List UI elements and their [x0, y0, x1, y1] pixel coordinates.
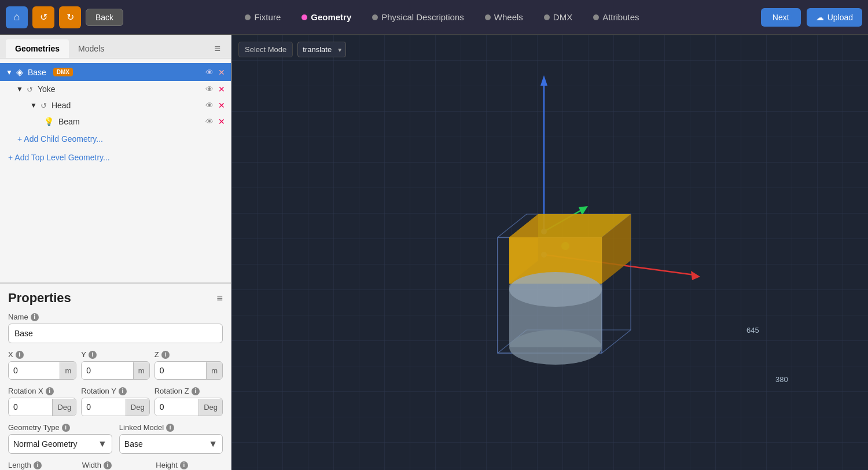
height-label: Height i [156, 461, 223, 469]
viewport[interactable]: Select Mode translate rotate scale [231, 35, 868, 470]
dmx-label: DMX [553, 12, 572, 22]
yoke-arrow: ▼ [16, 85, 23, 93]
base-arrow: ▼ [6, 68, 13, 76]
x-unit: m [60, 362, 76, 379]
properties-menu-button[interactable]: ≡ [216, 292, 223, 304]
geo-menu-button[interactable]: ≡ [209, 39, 225, 58]
next-button[interactable]: Next [761, 8, 801, 27]
height-group: Height i [156, 461, 223, 470]
tree-item-beam[interactable]: 💡 Beam 👁 ✕ [0, 113, 231, 130]
head-eye-icon[interactable]: 👁 [205, 101, 214, 110]
base-delete-icon[interactable]: ✕ [218, 68, 225, 77]
geo-type-select[interactable]: Normal Geometry Beam Geometry Reference … [9, 435, 93, 453]
undo-button[interactable]: ↺ [32, 6, 54, 28]
x-input-wrap: m [8, 361, 76, 380]
base-eye-icon[interactable]: 👁 [205, 68, 214, 77]
y-input[interactable] [82, 362, 133, 379]
name-label: Name i [8, 313, 223, 321]
wheels-label: Wheels [494, 12, 523, 22]
properties-title: Properties [8, 291, 71, 306]
head-delete-icon[interactable]: ✕ [218, 101, 225, 110]
geo-type-select-wrap: Normal Geometry Beam Geometry Reference … [8, 434, 112, 454]
y-input-wrap: m [81, 361, 149, 380]
back-button[interactable]: Back [86, 9, 123, 26]
name-input[interactable] [8, 324, 223, 343]
geo-type-label: Geometry Type i [8, 423, 112, 432]
beam-icon: 💡 [44, 117, 54, 126]
tree-item-base[interactable]: ▼ ◈ Base DMX 👁 ✕ [0, 63, 231, 81]
y-label: Y i [81, 350, 149, 359]
home-button[interactable]: ⌂ [6, 6, 28, 28]
head-arrow: ▼ [30, 101, 37, 109]
x-label: X i [8, 350, 76, 359]
rot-z-group: Rotation Z i Deg [155, 387, 223, 416]
z-unit: m [206, 362, 222, 379]
wheels-dot [485, 14, 491, 20]
x-input[interactable] [9, 362, 60, 379]
physical-label: Physical Descriptions [381, 12, 464, 22]
add-child-area: + Add Child Geometry... [0, 130, 231, 148]
add-top-geometry-button[interactable]: + Add Top Level Geometry... [0, 148, 118, 167]
beam-delete-icon[interactable]: ✕ [218, 117, 225, 126]
rot-y-group: Rotation Y i Deg [81, 387, 149, 416]
tree-item-yoke[interactable]: ▼ ↺ Yoke 👁 ✕ [0, 81, 231, 97]
rot-x-input[interactable] [9, 398, 52, 416]
header-actions: Next ☁ Upload [761, 8, 862, 27]
redo-button[interactable]: ↻ [59, 6, 81, 28]
main-layout: Geometries Models ≡ ▼ ◈ Base DMX 👁 ✕ ▼ ↺ [0, 35, 868, 470]
x-info-icon: i [16, 351, 24, 359]
yoke-label: Yoke [38, 85, 56, 94]
rot-y-input[interactable] [82, 398, 125, 416]
models-tab[interactable]: Models [69, 39, 113, 58]
tab-wheels[interactable]: Wheels [480, 10, 528, 24]
rotation-row: Rotation X i Deg Rotation Y i [8, 387, 223, 416]
tree-item-head[interactable]: ▼ ↺ Head 👁 ✕ [0, 97, 231, 113]
z-input[interactable] [155, 362, 206, 379]
base-icon: ◈ [16, 67, 23, 78]
height-info-icon: i [180, 461, 188, 469]
dmx-badge: DMX [53, 68, 73, 76]
physical-dot [372, 14, 378, 20]
tab-geometry[interactable]: Geometry [297, 10, 356, 24]
geometries-section: Geometries Models ≡ ▼ ◈ Base DMX 👁 ✕ ▼ ↺ [0, 35, 231, 284]
length-info-icon: i [34, 461, 42, 469]
add-top-area: + Add Top Level Geometry... [0, 148, 231, 167]
x-group: X i m [8, 350, 76, 380]
properties-body: Name i X i m [0, 308, 231, 470]
linked-model-select-wrap: Base Yoke Head ▼ [119, 434, 223, 454]
tab-physical[interactable]: Physical Descriptions [367, 10, 469, 24]
upload-icon: ☁ [816, 13, 824, 22]
beam-eye-icon[interactable]: 👁 [205, 117, 214, 126]
add-child-geometry-button[interactable]: + Add Child Geometry... [9, 130, 111, 148]
mode-select[interactable]: translate rotate scale [297, 42, 346, 57]
rot-y-wrap: Deg [81, 398, 149, 416]
geometries-tab[interactable]: Geometries [6, 39, 69, 58]
rot-z-input[interactable] [155, 398, 198, 416]
upload-button[interactable]: ☁ Upload [807, 8, 862, 27]
linked-model-arrow-icon: ▼ [204, 435, 222, 453]
yoke-eye-icon[interactable]: 👁 [205, 85, 214, 94]
dmx-dot [544, 14, 550, 20]
fixture-label: Fixture [254, 12, 281, 22]
rot-x-unit: Deg [52, 399, 76, 416]
tab-attributes[interactable]: Attributes [589, 10, 643, 24]
attributes-label: Attributes [602, 12, 639, 22]
yoke-undo-icon: ↺ [27, 85, 33, 94]
upload-label: Upload [827, 13, 853, 22]
rot-z-info-icon: i [192, 387, 200, 395]
y-group: Y i m [81, 350, 149, 380]
nav-tabs: Fixture Geometry Physical Descriptions W… [128, 10, 756, 24]
attributes-dot [593, 14, 599, 20]
z-info-icon: i [161, 351, 170, 359]
y-unit: m [133, 362, 149, 379]
select-mode-label: Select Mode [238, 42, 293, 57]
linked-model-select[interactable]: Base Yoke Head [120, 435, 204, 453]
yoke-delete-icon[interactable]: ✕ [218, 85, 225, 94]
svg-text:380: 380 [775, 375, 788, 384]
dimensions-row: Length i Width i Height i [8, 461, 223, 470]
length-label: Length i [8, 461, 75, 469]
tab-fixture[interactable]: Fixture [240, 10, 285, 24]
rot-x-info-icon: i [46, 387, 54, 395]
geo-type-row: Geometry Type i Normal Geometry Beam Geo… [8, 423, 223, 454]
tab-dmx[interactable]: DMX [539, 10, 577, 24]
